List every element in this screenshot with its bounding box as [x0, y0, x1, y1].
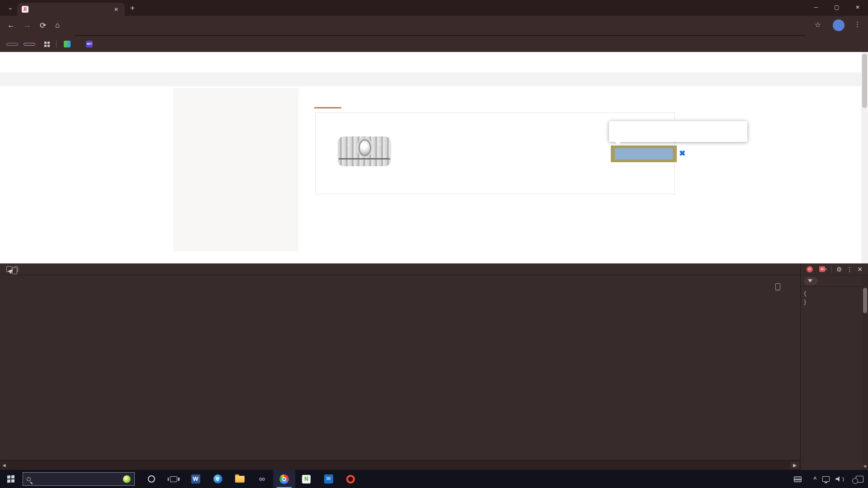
system-tray: ^ )	[794, 476, 868, 483]
start-button[interactable]	[0, 470, 22, 488]
forward-icon[interactable]: →	[24, 21, 31, 30]
network-icon[interactable]	[822, 476, 830, 482]
tab-search-icon[interactable]: ⌄	[5, 3, 15, 13]
cortana-icon	[148, 475, 155, 483]
product-image[interactable]	[336, 130, 394, 175]
bookmarks-divider	[56, 40, 57, 48]
home-icon[interactable]: ⌂	[55, 21, 60, 30]
breadcrumb-scroll-right-icon[interactable]: ▶	[790, 462, 799, 469]
elements-breadcrumb-bar: ◀ ▶	[0, 460, 800, 470]
edge-icon: e	[213, 474, 222, 483]
bookmark-manageengine[interactable]	[64, 41, 74, 47]
notepad-icon: N	[302, 475, 311, 483]
styles-scrollbar[interactable]	[862, 275, 868, 470]
device-toolbar-icon[interactable]	[14, 266, 18, 272]
bookmark-folder-projects[interactable]	[6, 43, 18, 46]
browser-tab[interactable]: R ✕	[17, 3, 125, 16]
notification-center-icon[interactable]	[856, 476, 863, 483]
styles-content: { }	[801, 287, 861, 307]
mail-button[interactable]: ✉	[317, 470, 340, 488]
taskbar-icons: W e ∞ N ✉	[140, 470, 362, 488]
phone-icon	[775, 283, 780, 291]
notepad-button[interactable]: N	[295, 470, 317, 488]
styles-panel: >> { }	[800, 263, 868, 470]
apps-grid-icon[interactable]	[44, 42, 50, 47]
bookmark-star-icon[interactable]: ☆	[815, 20, 821, 29]
site-favicon-icon: R	[22, 6, 28, 13]
speaker-icon	[835, 476, 842, 482]
page-scrollbar[interactable]	[861, 52, 868, 263]
remove-from-wishlist-icon[interactable]: ✖	[679, 149, 685, 158]
window-controls: ─ ▢ ✕	[806, 0, 868, 15]
inspect-tooltip	[609, 121, 747, 142]
search-doodle-icon	[123, 475, 131, 483]
task-view-icon	[170, 476, 177, 482]
screen: ⌄ R ✕ + ─ ▢ ✕ ← → ⟳ ⌂ i ☆ ⋮	[0, 0, 868, 488]
menu-kebab-icon[interactable]: ⋮	[854, 20, 861, 28]
remove-from-cart-button[interactable]	[615, 148, 673, 160]
edge-button[interactable]: e	[207, 470, 229, 488]
chrome-button[interactable]	[273, 470, 295, 488]
taskbar: W e ∞ N ✉ ^ )	[0, 470, 868, 488]
more-tabs-icon[interactable]: >>	[821, 266, 826, 272]
close-button[interactable]: ✕	[847, 0, 868, 15]
back-icon[interactable]: ←	[7, 21, 15, 30]
breadcrumb-scroll-left-icon[interactable]: ◀	[0, 463, 8, 468]
breadcrumb	[0, 72, 868, 86]
visual-studio-button[interactable]: ∞	[251, 470, 273, 488]
filter-funnel-icon	[808, 279, 812, 282]
new-tab-button[interactable]: +	[130, 4, 135, 13]
news-weather-icon[interactable]	[794, 476, 802, 482]
minimize-button[interactable]: ─	[806, 0, 826, 15]
file-explorer-button[interactable]	[229, 470, 251, 488]
chrome-icon	[279, 474, 289, 484]
mail-icon: ✉	[324, 474, 333, 483]
browser-toolbar: ← → ⟳ ⌂ i ☆ ⋮	[0, 16, 868, 36]
elements-panel	[0, 275, 800, 460]
volume-button[interactable]: )	[835, 476, 844, 482]
styles-header: >>	[801, 263, 868, 275]
inspect-element-icon[interactable]	[6, 266, 12, 272]
search-icon	[27, 477, 31, 481]
cortana-button[interactable]	[140, 470, 162, 488]
word-button[interactable]: W	[184, 470, 207, 488]
bookmarks-bar: NET	[0, 36, 868, 52]
opera-button[interactable]	[340, 470, 362, 488]
profile-sidebar	[173, 88, 298, 252]
maximize-button[interactable]: ▢	[826, 0, 847, 15]
manageengine-icon	[64, 41, 71, 47]
devtools-toolbar: ✕ ✕ ⚙ ⋮ ✕	[0, 263, 868, 275]
taskbar-search[interactable]	[23, 472, 135, 486]
web-page: ✖	[0, 52, 868, 263]
opera-icon	[346, 475, 355, 483]
filter-input[interactable]	[804, 277, 818, 285]
browser-titlebar: ⌄ R ✕ + ─ ▢ ✕	[0, 0, 868, 16]
wishlist-title-underline	[314, 107, 341, 108]
tab-close-icon[interactable]: ✕	[112, 5, 120, 14]
devtools: ✕ ✕ ⚙ ⋮ ✕ ◀ ▶ >>	[0, 263, 868, 470]
bookmark-dotnet[interactable]: NET	[86, 41, 96, 47]
dotnet-icon: NET	[86, 41, 93, 47]
task-view-button[interactable]	[162, 470, 184, 488]
hidden-icons-chevron[interactable]: ^	[813, 476, 816, 482]
folder-icon	[235, 476, 245, 483]
reload-icon[interactable]: ⟳	[40, 21, 46, 30]
styles-filter-row	[801, 275, 868, 287]
bookmark-folder-angular[interactable]	[24, 43, 35, 46]
profile-avatar[interactable]	[833, 19, 844, 31]
word-icon: W	[191, 474, 200, 483]
visual-studio-icon: ∞	[259, 474, 265, 484]
